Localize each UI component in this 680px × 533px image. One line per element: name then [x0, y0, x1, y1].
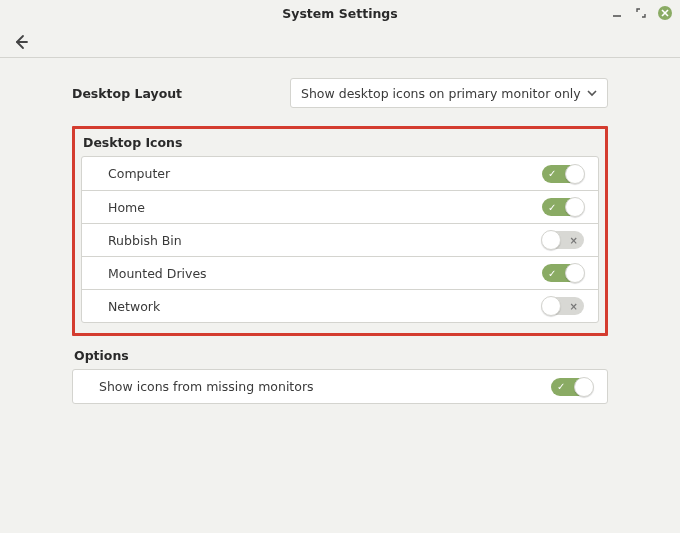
toolbar — [0, 26, 680, 58]
toggle-missing-monitors[interactable]: ✓ — [551, 378, 593, 396]
window-title: System Settings — [282, 6, 397, 21]
check-icon: ✓ — [557, 378, 565, 396]
minimize-icon[interactable] — [610, 6, 624, 20]
toggle-network[interactable]: × — [542, 297, 584, 315]
toggle-knob — [565, 263, 585, 283]
options-box: Show icons from missing monitors ✓ — [72, 369, 608, 404]
toggle-home[interactable]: ✓ — [542, 198, 584, 216]
option-row-missing-monitors: Show icons from missing monitors ✓ — [73, 370, 607, 403]
desktop-icon-row-rubbish-bin: Rubbish Bin × — [82, 223, 598, 256]
toggle-computer[interactable]: ✓ — [542, 165, 584, 183]
desktop-layout-row: Desktop Layout Show desktop icons on pri… — [72, 78, 608, 108]
toggle-knob — [574, 377, 594, 397]
window-controls — [610, 0, 672, 26]
desktop-layout-label: Desktop Layout — [72, 86, 272, 101]
back-button[interactable] — [10, 31, 32, 53]
list-item-label: Network — [108, 299, 160, 314]
list-item-label: Home — [108, 200, 145, 215]
toggle-knob — [541, 230, 561, 250]
options-heading: Options — [74, 348, 608, 363]
x-icon: × — [570, 297, 578, 315]
toggle-knob — [541, 296, 561, 316]
toggle-mounted-drives[interactable]: ✓ — [542, 264, 584, 282]
check-icon: ✓ — [548, 264, 556, 282]
content-area: Desktop Layout Show desktop icons on pri… — [0, 58, 680, 424]
close-icon[interactable] — [658, 6, 672, 20]
maximize-icon[interactable] — [634, 6, 648, 20]
desktop-icon-row-home: Home ✓ — [82, 190, 598, 223]
desktop-icon-row-network: Network × — [82, 289, 598, 322]
desktop-icons-highlight: Desktop Icons Computer ✓ Home ✓ Rubbish … — [72, 126, 608, 336]
check-icon: ✓ — [548, 198, 556, 216]
desktop-icons-heading: Desktop Icons — [83, 135, 599, 150]
toggle-knob — [565, 164, 585, 184]
toggle-rubbish-bin[interactable]: × — [542, 231, 584, 249]
check-icon: ✓ — [548, 165, 556, 183]
desktop-icons-box: Computer ✓ Home ✓ Rubbish Bin × — [81, 156, 599, 323]
desktop-icon-row-computer: Computer ✓ — [82, 157, 598, 190]
desktop-layout-combo[interactable]: Show desktop icons on primary monitor on… — [290, 78, 608, 108]
x-icon: × — [570, 231, 578, 249]
toggle-knob — [565, 197, 585, 217]
list-item-label: Rubbish Bin — [108, 233, 182, 248]
list-item-label: Show icons from missing monitors — [99, 379, 314, 394]
list-item-label: Mounted Drives — [108, 266, 207, 281]
list-item-label: Computer — [108, 166, 170, 181]
chevron-down-icon — [587, 88, 597, 98]
titlebar: System Settings — [0, 0, 680, 26]
desktop-layout-value: Show desktop icons on primary monitor on… — [301, 86, 581, 101]
desktop-icon-row-mounted-drives: Mounted Drives ✓ — [82, 256, 598, 289]
